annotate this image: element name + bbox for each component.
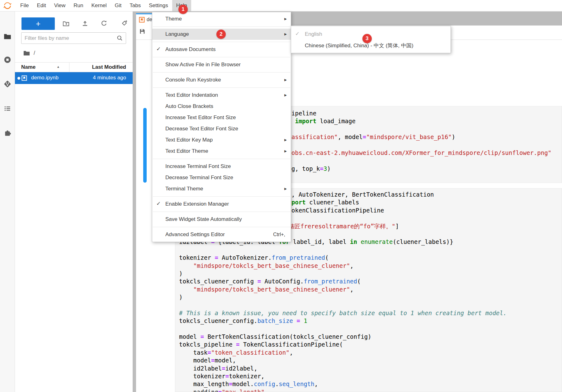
menu-item-decrease-text-editor-font-size[interactable]: Decrease Text Editor Font Size <box>152 123 291 134</box>
menubar-item-git[interactable]: Git <box>111 0 126 11</box>
code-line <box>179 325 562 333</box>
code-line <box>179 301 562 309</box>
menu-item-enable-extension-manager[interactable]: ✓Enable Extension Manager <box>152 198 291 210</box>
menubar-item-settings[interactable]: Settings <box>145 0 172 11</box>
language-option-label: Chinese (Simplified, China) - 中文 (简体, 中国… <box>305 42 413 49</box>
submenu-arrow-icon: ▶ <box>284 149 287 153</box>
menu-item-text-editor-key-map[interactable]: Text Editor Key Map▶ <box>152 134 291 146</box>
menu-item-decrease-terminal-font-size[interactable]: Decrease Terminal Font Size <box>152 172 291 183</box>
new-folder-icon[interactable] <box>62 20 70 27</box>
menu-separator <box>153 57 290 57</box>
menubar-item-run[interactable]: Run <box>69 0 87 11</box>
code-line: tokenizer=tokenizer, <box>179 372 562 380</box>
menu-item-increase-text-editor-font-size[interactable]: Increase Text Editor Font Size <box>152 112 291 123</box>
code-line <box>179 246 562 254</box>
filter-files-box <box>21 32 126 44</box>
menu-item-label: Auto Close Brackets <box>165 103 213 110</box>
active-cell-collapser[interactable] <box>143 108 147 183</box>
code-line: max_length=model.config.seq_length, <box>179 380 562 388</box>
code-line: ipeline <box>291 110 562 117</box>
notebook-icon <box>139 16 145 23</box>
code-line: tokcls_pipeline = TokenClassificationPip… <box>179 341 562 348</box>
menu-item-show-active-file-in-file-browser[interactable]: Show Active File in File Browser <box>152 59 291 70</box>
menu-item-auto-close-brackets[interactable]: Auto Close Brackets <box>152 101 291 112</box>
menu-item-label: Save Widget State Automatically <box>165 216 242 222</box>
sort-asc-icon[interactable]: ▲ <box>57 65 60 68</box>
step-badge-1: 1 <box>178 5 188 14</box>
submenu-arrow-icon: ▶ <box>284 93 287 97</box>
menubar-item-tabs[interactable]: Tabs <box>125 0 145 11</box>
code-line: "mindspore/tokcls_bert_base_chinese_clue… <box>179 262 562 270</box>
search-icon <box>116 35 123 42</box>
column-header-name[interactable]: Name <box>21 64 35 70</box>
menu-item-text-editor-indentation[interactable]: Text Editor Indentation▶ <box>152 90 291 101</box>
menubar-item-kernel[interactable]: Kernel <box>87 0 111 11</box>
submenu-arrow-icon: ▶ <box>284 78 287 82</box>
menu-separator <box>153 72 290 72</box>
code-line: port cluener_labels <box>291 198 562 206</box>
file-row-demo-ipynb[interactable]: demo.ipynb4 minutes ago <box>15 72 133 84</box>
menu-separator <box>153 227 290 227</box>
menu-item-increase-terminal-font-size[interactable]: Increase Terminal Font Size <box>152 161 291 172</box>
file-name: demo.ipynb <box>31 75 59 81</box>
code-line: g, top_k=3) <box>291 165 562 173</box>
step-badge-3: 3 <box>362 34 372 43</box>
breadcrumb: / <box>34 50 35 56</box>
file-browser-icon[interactable] <box>3 32 12 40</box>
file-modified: 4 minutes ago <box>93 75 126 81</box>
file-browser-panel: + / Name ▲ Last Modified demo.ipynb4 min… <box>15 12 133 392</box>
code-line: , AutoTokenizer, BertTokenClassification <box>291 191 562 198</box>
menu-item-advanced-settings-editor[interactable]: Advanced Settings EditorCtrl+, <box>152 229 291 240</box>
code-line: 裱匠freresoltramare的“fo”字样。"] <box>289 222 562 230</box>
code-line: obs.cn-east-2.myhuaweicloud.com/XFormer_… <box>291 149 562 157</box>
code-line: ) <box>179 270 562 278</box>
language-option-chinese-simplified-china[interactable]: Chinese (Simplified, China) - 中文 (简体, 中国… <box>291 40 451 51</box>
clone-repo-icon[interactable] <box>121 19 128 26</box>
notebook-icon <box>21 75 27 81</box>
column-header-modified[interactable]: Last Modified <box>92 64 126 70</box>
menu-item-label: Language <box>165 31 189 37</box>
menu-separator <box>153 196 290 197</box>
language-option-label: English <box>305 31 322 37</box>
breadcrumb-home-folder-icon[interactable] <box>23 49 30 57</box>
refresh-icon[interactable] <box>100 20 108 27</box>
code-line: "mindspore/tokcls_bert_base_chinese_clue… <box>179 286 562 293</box>
menubar-item-view[interactable]: View <box>50 0 70 11</box>
menu-separator <box>153 159 290 159</box>
code-line: model=model, <box>179 357 562 364</box>
file-list-header: Name ▲ Last Modified <box>15 62 133 72</box>
new-launcher-button[interactable]: + <box>21 17 55 30</box>
code-line: ) <box>179 293 562 301</box>
menu-item-theme[interactable]: Theme▶ <box>152 13 291 25</box>
unsaved-dot <box>17 77 20 80</box>
submenu-arrow-icon: ▶ <box>284 187 287 190</box>
code-line <box>291 125 562 133</box>
menu-item-label: Advanced Settings Editor <box>165 231 225 238</box>
menu-item-label: Autosave Documents <box>165 46 216 53</box>
upload-icon[interactable] <box>81 20 89 27</box>
code-line: model = BertTokenClassification(tokcls_c… <box>179 333 562 341</box>
menu-separator <box>153 212 290 212</box>
menu-item-text-editor-theme[interactable]: Text Editor Theme▶ <box>152 146 291 157</box>
running-kernels-icon[interactable] <box>3 56 12 64</box>
submenu-arrow-icon: ▶ <box>284 17 287 21</box>
code-line: padding="max_length", <box>179 388 562 392</box>
checkmark-icon: ✓ <box>156 46 161 52</box>
code-line <box>291 214 562 222</box>
menu-item-label: Text Editor Indentation <box>165 92 218 98</box>
menu-item-terminal-theme[interactable]: Terminal Theme▶ <box>152 183 291 194</box>
git-icon[interactable] <box>3 80 12 88</box>
panel-splitter[interactable] <box>133 12 136 392</box>
filter-files-input[interactable] <box>25 33 115 44</box>
code-line: tokcls_cluener_config = AutoConfig.from_… <box>179 278 562 285</box>
menu-item-autosave-documents[interactable]: ✓Autosave Documents <box>152 44 291 55</box>
menu-item-save-widget-state-automatically[interactable]: Save Widget State Automatically <box>152 214 291 225</box>
property-list-icon[interactable] <box>3 105 12 113</box>
menu-item-console-run-keystroke[interactable]: Console Run Keystroke▶ <box>152 74 291 86</box>
code-line: task="token_classification", <box>179 349 562 357</box>
menubar-item-edit[interactable]: Edit <box>33 0 50 11</box>
save-icon[interactable] <box>139 28 146 35</box>
menubar-item-file[interactable]: File <box>16 0 33 11</box>
extensions-puzzle-icon[interactable] <box>3 129 12 138</box>
menu-separator <box>153 87 290 88</box>
